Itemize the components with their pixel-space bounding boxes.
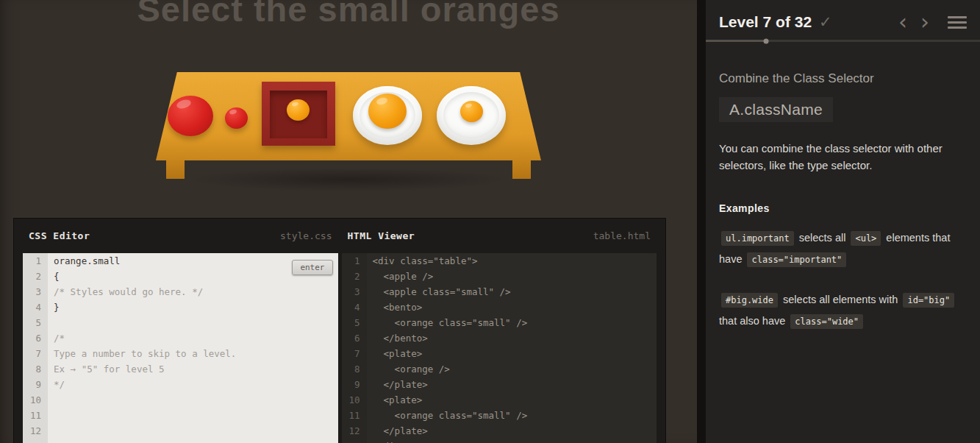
code-line[interactable]: 13 </div> — [342, 439, 657, 443]
code-line[interactable]: 8 <orange /> — [342, 361, 657, 377]
code-text: */ — [48, 377, 65, 392]
example-2: #big.wide selects all elements with id="… — [719, 289, 965, 332]
example-part: selects all — [796, 232, 849, 244]
code-text: <div class="table"> — [367, 253, 478, 269]
plate-1[interactable] — [353, 86, 422, 145]
lesson-description: You can combine the class selector with … — [719, 140, 962, 174]
code-line[interactable]: 10 <plate> — [342, 392, 657, 408]
code-line: 5 — [23, 315, 338, 330]
code-line[interactable]: 7 <plate> — [342, 346, 657, 361]
example-part: #big.wide — [721, 293, 778, 308]
example-part: id="big" — [903, 293, 954, 308]
code-text: </div> — [367, 439, 406, 443]
line-number: 8 — [23, 361, 48, 377]
table-scene — [150, 72, 547, 184]
code-text: </plate> — [367, 423, 428, 439]
css-editor-panel: CSS Editor style.css 1 orange.small 2 { — [23, 219, 338, 443]
code-text: <orange /> — [367, 361, 450, 377]
game-area: Select the small oranges CSS Editor styl… — [0, 0, 697, 443]
selector-syntax-box: A.className — [719, 97, 833, 122]
line-number: 13 — [23, 439, 48, 443]
example-part: that also have — [719, 315, 788, 327]
code-line[interactable]: 6 </bento> — [342, 330, 657, 346]
line-number: 4 — [23, 300, 48, 315]
line-number: 7 — [23, 346, 48, 361]
example-part: selects all elements with — [780, 294, 901, 305]
code-text: /* — [48, 330, 65, 346]
line-number: 6 — [342, 330, 367, 346]
example-part: <ul> — [851, 231, 881, 246]
example-part: class="important" — [747, 252, 846, 267]
code-line: 3 /* Styles would go here. */ — [23, 284, 338, 300]
html-code-area[interactable]: 1 <div class="table"> 2 <apple /> 3 <app… — [342, 253, 657, 443]
code-line: 1 orange.small — [23, 253, 338, 269]
css-editor-title: CSS Editor — [29, 230, 90, 241]
code-line[interactable]: 3 <apple class="small" /> — [342, 284, 657, 300]
code-line: 12 — [23, 423, 338, 439]
css-editor-header: CSS Editor style.css — [23, 219, 338, 253]
code-text: <bento> — [367, 300, 423, 315]
plate-2[interactable] — [437, 86, 506, 145]
css-input-area[interactable]: 1 orange.small 2 { 3 /* Styles would go … — [23, 253, 338, 443]
prev-level-icon[interactable]: ‹ — [892, 14, 914, 30]
code-text: } — [48, 300, 60, 315]
orange-small-on-plate[interactable] — [460, 101, 483, 122]
apple-small[interactable] — [225, 107, 248, 129]
code-line[interactable]: 11 <orange class="small" /> — [342, 408, 657, 423]
progress-bar[interactable] — [706, 40, 980, 42]
code-text: <orange class="small" /> — [367, 315, 528, 330]
examples-heading: Examples — [719, 202, 965, 214]
code-text: </bento> — [367, 330, 428, 346]
code-text: <apple /> — [367, 269, 434, 284]
level-instruction-title: Select the small oranges — [0, 0, 697, 29]
code-line: 13 — [23, 439, 338, 443]
line-number: 4 — [342, 300, 367, 315]
line-number: 1 — [23, 253, 48, 269]
table-leg-right — [512, 158, 531, 179]
code-line: 7 Type a number to skip to a level. — [23, 346, 338, 361]
code-line[interactable]: 9 </plate> — [342, 377, 657, 392]
apple-big[interactable] — [168, 96, 213, 136]
line-number: 7 — [342, 346, 367, 361]
line-number: 9 — [23, 377, 48, 392]
level-complete-check-icon: ✓ — [819, 13, 832, 31]
progress-dot[interactable] — [764, 38, 769, 43]
orange-big-on-plate[interactable] — [368, 93, 407, 129]
html-viewer-panel: HTML Viewer table.html 1 <div class="tab… — [342, 219, 657, 443]
code-text: Type a number to skip to a level. — [48, 346, 236, 361]
code-text: <apple class="small" /> — [367, 284, 511, 300]
code-text — [48, 408, 54, 423]
code-line[interactable]: 4 <bento> — [342, 300, 657, 315]
code-line[interactable]: 5 <orange class="small" /> — [342, 315, 657, 330]
next-level-icon[interactable]: › — [914, 14, 936, 30]
example-part: class="wide" — [790, 314, 863, 329]
line-number: 5 — [23, 315, 48, 330]
code-line[interactable]: 12 </plate> — [342, 423, 657, 439]
code-line[interactable]: 1 <div class="table"> — [342, 253, 657, 269]
menu-icon[interactable] — [946, 15, 968, 30]
code-line: 2 { — [23, 269, 338, 284]
code-text: orange.small — [48, 253, 120, 269]
code-text — [48, 423, 54, 439]
line-number: 10 — [23, 392, 48, 408]
line-number: 1 — [342, 253, 367, 269]
line-number: 13 — [342, 439, 367, 443]
code-line: 8 Ex → "5" for level 5 — [23, 361, 338, 377]
line-number: 6 — [23, 330, 48, 346]
progress-fill — [706, 40, 766, 42]
line-number: 11 — [23, 408, 48, 423]
code-line[interactable]: 2 <apple /> — [342, 269, 657, 284]
page-scrollbar[interactable] — [697, 0, 706, 443]
code-text: <plate> — [367, 392, 423, 408]
level-indicator: Level 7 of 32 — [719, 13, 812, 31]
enter-button[interactable]: enter — [292, 260, 332, 275]
line-number: 10 — [342, 392, 367, 408]
orange-small-on-bento[interactable] — [287, 99, 310, 121]
bento-box[interactable] — [262, 82, 335, 146]
code-text — [48, 439, 54, 443]
css-filename: style.css — [280, 230, 332, 241]
editor-panels: CSS Editor style.css 1 orange.small 2 { — [13, 218, 666, 443]
line-number: 12 — [342, 423, 367, 439]
code-text: /* Styles would go here. */ — [48, 284, 203, 300]
lesson-content: Combine the Class Selector A.className Y… — [706, 42, 980, 332]
